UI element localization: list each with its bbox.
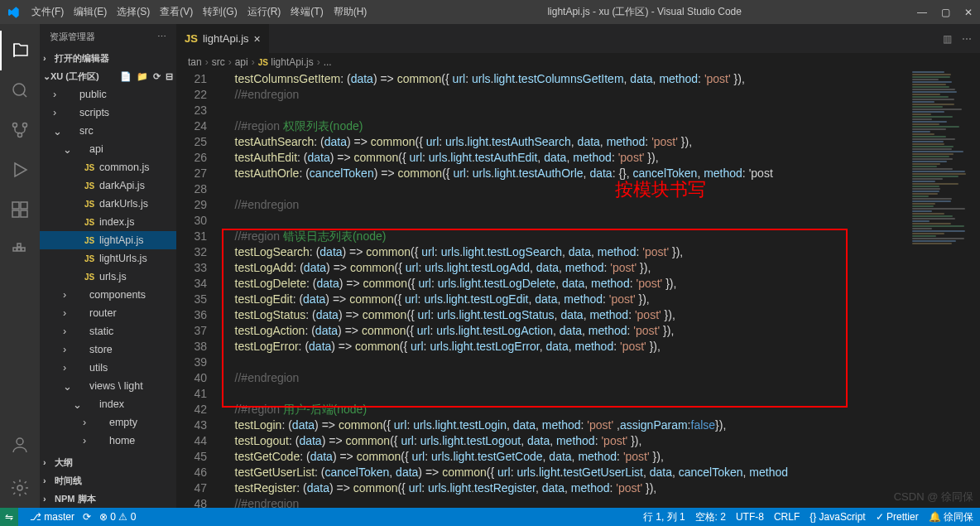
code-line[interactable]: testLogAdd: (data) => common({ url: urls… xyxy=(222,260,980,276)
close-tab-icon[interactable]: × xyxy=(254,32,261,46)
tree-item[interactable]: ›router xyxy=(40,304,176,322)
prettier-button[interactable]: ✓ Prettier xyxy=(876,511,919,523)
tree-item[interactable]: ›home xyxy=(40,432,176,450)
code-line[interactable]: testLogEdit: (data) => common({ url: url… xyxy=(222,292,980,307)
code-line[interactable]: //#endregion xyxy=(222,87,980,103)
code-line[interactable]: testLogStatus: (data) => common({ url: u… xyxy=(222,307,980,323)
problems-button[interactable]: ⊗ 0 ⚠ 0 xyxy=(99,511,136,523)
menu-item[interactable]: 终端(T) xyxy=(286,6,328,17)
code-line[interactable]: testGetCode: (data) => common({ url: url… xyxy=(222,449,980,465)
extensions-icon[interactable] xyxy=(0,190,40,229)
menu-item[interactable]: 编辑(E) xyxy=(69,6,112,17)
code-line[interactable]: testLogin: (data) => common({ url: urls.… xyxy=(222,417,980,433)
code-line[interactable]: //#endregion xyxy=(222,197,980,213)
more-editor-icon[interactable]: ⋯ xyxy=(962,33,972,45)
menu-item[interactable]: 帮助(H) xyxy=(329,6,372,17)
tree-item[interactable]: ›public xyxy=(40,85,176,104)
code-line[interactable]: //#region 权限列表(node) xyxy=(222,118,980,134)
tree-item[interactable]: ⌄src xyxy=(40,122,176,140)
tree-item[interactable]: JSdarkApi.js xyxy=(40,176,176,195)
code-editor[interactable]: 2122232425262728293031323334353637383940… xyxy=(176,71,980,508)
code-line[interactable]: //#endregion xyxy=(222,370,980,386)
code-line[interactable]: testLogAction: (data) => common({ url: u… xyxy=(222,323,980,339)
breadcrumb-item[interactable]: JS lightApi.js xyxy=(258,56,314,68)
maximize-button[interactable]: ▢ xyxy=(940,7,950,18)
tab-lightapi[interactable]: JS lightApi.js × xyxy=(176,24,270,53)
menu-item[interactable]: 查看(V) xyxy=(155,6,198,17)
tree-item[interactable]: ›store xyxy=(40,340,176,359)
search-icon[interactable] xyxy=(0,70,40,110)
notifications-button[interactable]: 🔔 徐同保 xyxy=(929,510,973,524)
eol[interactable]: CRLF xyxy=(774,511,800,523)
tree-item[interactable]: ›utils xyxy=(40,359,176,377)
code-line[interactable]: testColumnsGetItem: (data) => common({ u… xyxy=(222,71,980,87)
tree-item[interactable]: ›empty xyxy=(40,413,176,432)
breadcrumb-item[interactable]: api xyxy=(235,56,248,68)
settings-gear-icon[interactable] xyxy=(0,468,40,508)
breadcrumb-item[interactable]: ... xyxy=(324,56,332,68)
tree-item[interactable]: ⌄index xyxy=(40,395,176,413)
branch-button[interactable]: ⎇ master xyxy=(30,511,74,523)
menu-item[interactable]: 文件(F) xyxy=(26,6,69,17)
code-line[interactable]: testLogSearch: (data) => common({ url: u… xyxy=(222,244,980,260)
workspace-section[interactable]: ⌄XU (工作区) 📄 📁 ⟳ ⊟ xyxy=(40,67,176,85)
tree-item[interactable]: ›components xyxy=(40,286,176,304)
code-line[interactable]: testLogout: (data) => common({ url: urls… xyxy=(222,433,980,449)
code-line[interactable]: //#region 错误日志列表(node) xyxy=(222,229,980,244)
breadcrumb[interactable]: tan›src›api›JS lightApi.js›... xyxy=(176,53,980,71)
refresh-icon[interactable]: ⟳ xyxy=(153,71,161,82)
npm-section[interactable]: ›NPM 脚本 xyxy=(40,490,176,508)
tree-item[interactable]: JSlightUrls.js xyxy=(40,249,176,268)
minimize-button[interactable]: — xyxy=(917,7,927,18)
code-line[interactable] xyxy=(222,181,980,197)
tree-item[interactable]: ⌄views \ light xyxy=(40,377,176,395)
more-actions-icon[interactable]: ⋯ xyxy=(157,31,166,42)
open-editors-section[interactable]: ›打开的编辑器 xyxy=(40,49,176,67)
tree-item[interactable]: ›static xyxy=(40,322,176,340)
code-line[interactable]: testAuthSearch: (data) => common({ url: … xyxy=(222,134,980,150)
remote-button[interactable]: ⇋ xyxy=(0,508,18,526)
tree-item[interactable]: JSindex.js xyxy=(40,213,176,231)
collapse-icon[interactable]: ⊟ xyxy=(166,71,173,82)
tree-item[interactable]: JSurls.js xyxy=(40,268,176,286)
code-line[interactable]: testRegister: (data) => common({ url: ur… xyxy=(222,480,980,496)
minimap[interactable] xyxy=(912,71,970,485)
language-mode[interactable]: {} JavaScript xyxy=(809,511,865,523)
code-line[interactable] xyxy=(222,386,980,402)
tree-item[interactable]: JSlightApi.js xyxy=(40,231,176,249)
code-line[interactable]: testLogDelete: (data) => common({ url: u… xyxy=(222,276,980,292)
breadcrumb-item[interactable]: tan xyxy=(188,56,202,68)
run-debug-icon[interactable] xyxy=(0,150,40,190)
code-line[interactable]: testAuthEdit: (data) => common({ url: ur… xyxy=(222,150,980,166)
sync-button[interactable]: ⟳ xyxy=(83,511,91,523)
encoding[interactable]: UTF-8 xyxy=(736,511,764,523)
menu-item[interactable]: 选择(S) xyxy=(112,6,155,17)
explorer-icon[interactable] xyxy=(0,31,40,70)
menu-item[interactable]: 转到(G) xyxy=(198,6,242,17)
breadcrumb-item[interactable]: src xyxy=(212,56,225,68)
timeline-section[interactable]: ›时间线 xyxy=(40,471,176,490)
new-folder-icon[interactable]: 📁 xyxy=(137,71,148,82)
new-file-icon[interactable]: 📄 xyxy=(120,71,132,82)
code-line[interactable] xyxy=(222,213,980,229)
code-line[interactable]: //#endregion xyxy=(222,496,980,508)
code-content[interactable]: testColumnsGetItem: (data) => common({ u… xyxy=(222,71,980,508)
menu-item[interactable]: 运行(R) xyxy=(243,6,286,17)
code-line[interactable] xyxy=(222,355,980,370)
code-line[interactable]: testLogError: (data) => common({ url: ur… xyxy=(222,339,980,355)
cursor-position[interactable]: 行 1, 列 1 xyxy=(643,510,685,524)
tree-item[interactable]: JSdarkUrls.js xyxy=(40,195,176,213)
tree-item[interactable]: JScommon.js xyxy=(40,158,176,176)
code-line[interactable] xyxy=(222,103,980,118)
account-icon[interactable] xyxy=(0,425,40,465)
indentation[interactable]: 空格: 2 xyxy=(695,510,726,524)
close-button[interactable]: ✕ xyxy=(963,7,973,18)
split-editor-icon[interactable]: ▥ xyxy=(943,33,952,45)
code-line[interactable]: testAuthOrle: (cancelToken) => common({ … xyxy=(222,166,980,181)
code-line[interactable]: //#region 用户-后端(node) xyxy=(222,402,980,417)
code-line[interactable]: testGetUserList: (cancelToken, data) => … xyxy=(222,465,980,480)
docker-icon[interactable] xyxy=(0,229,40,269)
source-control-icon[interactable] xyxy=(0,110,40,150)
tree-item[interactable]: ⌄api xyxy=(40,140,176,158)
outline-section[interactable]: ›大纲 xyxy=(40,453,176,471)
